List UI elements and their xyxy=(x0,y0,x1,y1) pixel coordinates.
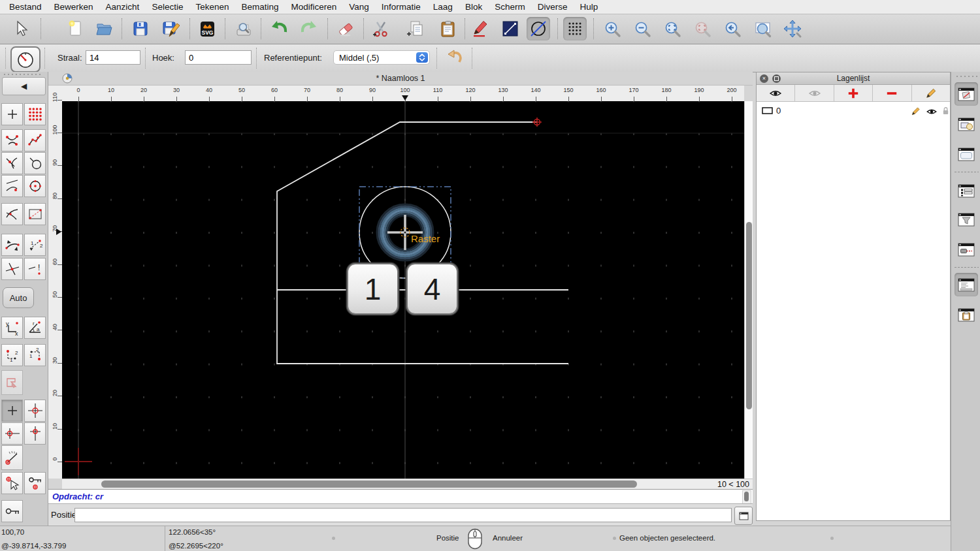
circle-radius-tool-button[interactable] xyxy=(10,46,41,72)
vertical-scrollbar-thumb[interactable] xyxy=(746,222,752,409)
layer-lock-icon[interactable] xyxy=(942,106,949,116)
menu-item-hulp[interactable]: Hulp xyxy=(580,2,598,12)
zoom-out-button[interactable] xyxy=(630,17,654,40)
snap-apparent-intersection-tool[interactable] xyxy=(1,258,23,280)
pan-button[interactable] xyxy=(781,17,804,40)
coords-cartesian-tool[interactable]: yx xyxy=(1,317,23,339)
lock-point-tool[interactable] xyxy=(24,472,46,494)
command-scrollbar[interactable] xyxy=(742,490,751,504)
snap-nearest-tool[interactable] xyxy=(24,152,46,174)
horizontal-scrollbar[interactable]: 10 < 100 xyxy=(62,479,753,489)
menu-item-laag[interactable]: Laag xyxy=(433,2,453,12)
dock-tool-settings-button[interactable] xyxy=(955,238,978,261)
copy-button[interactable] xyxy=(403,17,427,40)
snap-endpoint-tool[interactable] xyxy=(1,129,23,151)
hide-all-layers-button[interactable] xyxy=(795,85,834,101)
palette-collapse-button[interactable]: ◀ xyxy=(2,77,46,95)
layer-color-swatch[interactable] xyxy=(762,107,773,114)
dock-filter-button[interactable] xyxy=(955,208,978,231)
snap-two-point-tool[interactable]: 12 xyxy=(24,234,46,256)
menu-item-modificeren[interactable]: Modificeren xyxy=(291,2,337,12)
snap-bounds-tool[interactable] xyxy=(24,203,46,225)
line-tool-button[interactable] xyxy=(498,17,522,40)
protractor-tool[interactable] xyxy=(1,445,23,470)
save-button[interactable] xyxy=(128,17,152,40)
cursor-mode-point-button[interactable] xyxy=(1,400,23,422)
coords-polar-tool[interactable]: ra xyxy=(24,317,46,339)
menu-item-diverse[interactable]: Diverse xyxy=(538,2,568,12)
zoom-in-button[interactable] xyxy=(600,17,624,40)
dock-clipboard-button[interactable] xyxy=(955,303,978,326)
straal-input[interactable] xyxy=(86,50,140,65)
pen-style-button[interactable] xyxy=(468,17,491,40)
menu-item-blok[interactable]: Blok xyxy=(465,2,482,12)
menu-item-bemating[interactable]: Bemating xyxy=(241,2,278,12)
relative-first-point-tool[interactable]: 12 xyxy=(1,344,23,366)
snap-grid-tool[interactable] xyxy=(24,103,46,125)
menu-item-selectie[interactable]: Selectie xyxy=(152,2,183,12)
snap-none-tool[interactable]: ! xyxy=(24,258,46,280)
menu-item-aanzicht[interactable]: Aanzicht xyxy=(106,2,140,12)
revert-step-button[interactable] xyxy=(444,46,467,70)
menu-item-tekenen[interactable]: Tekenen xyxy=(195,2,229,12)
dock-properties-button[interactable] xyxy=(955,142,978,166)
save-as-button[interactable] xyxy=(159,17,182,40)
layer-edit-pencil-icon[interactable] xyxy=(911,106,921,116)
palette-drag-handle[interactable] xyxy=(3,73,43,76)
new-document-button[interactable] xyxy=(63,17,87,40)
undo-button[interactable] xyxy=(267,17,291,40)
drawing-canvas[interactable]: Raster 1 4 xyxy=(62,101,744,479)
cursor-mode-horizontal-button[interactable] xyxy=(1,422,23,445)
print-preview-button[interactable] xyxy=(231,17,255,40)
snap-perpendicular-tool[interactable] xyxy=(1,203,23,225)
grid-toggle-button[interactable] xyxy=(563,17,587,40)
snap-extension-tool[interactable] xyxy=(1,234,23,256)
paste-button[interactable] xyxy=(436,17,459,40)
open-file-button[interactable] xyxy=(92,17,116,40)
select-arrow-tool-button[interactable] xyxy=(9,17,33,40)
menu-item-informatie[interactable]: Informatie xyxy=(382,2,421,12)
lock-tool[interactable] xyxy=(1,500,23,522)
export-svg-button[interactable]: SVG xyxy=(195,17,219,40)
dock-drag-handle[interactable] xyxy=(955,75,977,78)
snap-point-tool[interactable] xyxy=(1,103,23,125)
menu-item-bestand[interactable]: Bestand xyxy=(9,2,42,12)
pick-point-tool[interactable] xyxy=(1,472,23,494)
hoek-input[interactable] xyxy=(185,50,252,65)
command-scrollbar-thumb[interactable] xyxy=(744,492,749,501)
snap-center-tool[interactable] xyxy=(24,175,46,197)
snap-intersection-tool[interactable] xyxy=(1,152,23,174)
cut-button[interactable] xyxy=(369,17,393,40)
area-select-tool[interactable] xyxy=(1,370,23,395)
snap-tangent-tool[interactable] xyxy=(1,175,23,197)
layer-row[interactable]: 0 xyxy=(757,104,950,118)
referentiepunt-select[interactable]: Middel (,5) xyxy=(333,50,430,65)
zoom-previous-button[interactable] xyxy=(721,17,744,40)
auto-snap-button[interactable]: Auto xyxy=(3,287,34,308)
relative-last-point-tool[interactable]: 12 xyxy=(24,344,46,366)
menu-item-scherm[interactable]: Scherm xyxy=(495,2,525,12)
cursor-mode-crosshair-button[interactable] xyxy=(24,400,46,422)
zoom-fit-button[interactable] xyxy=(661,17,684,40)
layer-visibility-eye-icon[interactable] xyxy=(926,108,938,116)
add-layer-button[interactable] xyxy=(834,85,873,101)
zoom-window-button[interactable] xyxy=(751,17,775,40)
vertical-scrollbar[interactable] xyxy=(744,101,753,479)
positie-input[interactable] xyxy=(74,508,732,522)
command-window-button[interactable] xyxy=(734,507,753,525)
redo-button[interactable] xyxy=(297,17,321,40)
menu-item-bewerken[interactable]: Bewerken xyxy=(54,2,93,12)
erase-tool-button[interactable] xyxy=(334,17,357,40)
horizontal-scrollbar-thumb[interactable] xyxy=(101,480,637,488)
dock-layers-button[interactable] xyxy=(955,82,978,106)
dock-objects-button[interactable] xyxy=(955,112,978,136)
zoom-selection-button[interactable] xyxy=(691,17,714,40)
menu-item-vang[interactable]: Vang xyxy=(349,2,369,12)
dock-command-button[interactable] xyxy=(955,273,978,296)
show-all-layers-button[interactable] xyxy=(757,85,795,101)
cursor-mode-vertical-button[interactable] xyxy=(24,422,46,445)
edit-layer-button[interactable] xyxy=(912,85,950,101)
snap-vertex-tool[interactable] xyxy=(24,129,46,151)
ellipse-tool-button[interactable] xyxy=(527,17,550,40)
remove-layer-button[interactable] xyxy=(873,85,911,101)
